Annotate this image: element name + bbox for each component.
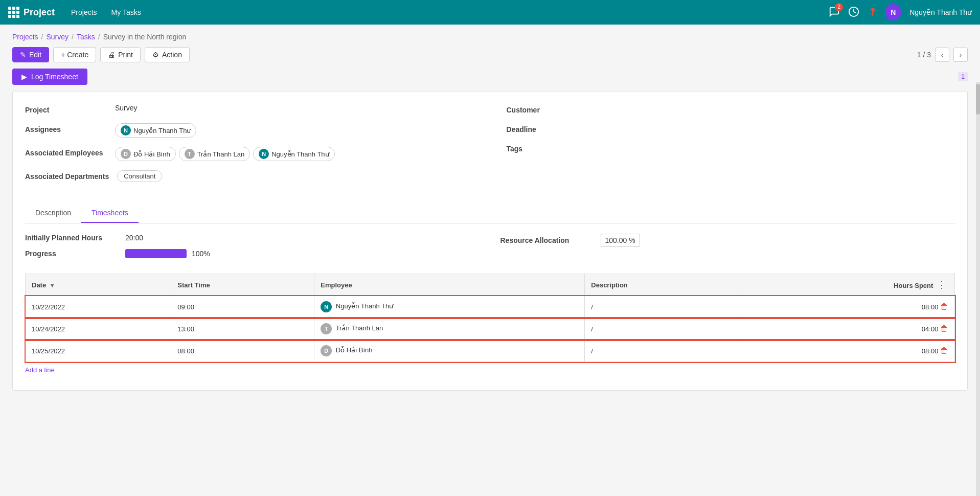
tab-description[interactable]: Description (25, 204, 81, 223)
associated-depts-value: Consultant (117, 170, 162, 182)
emp-name-2: Nguyễn Thanh Thư (271, 150, 329, 158)
table-row: 10/22/2022 09:00 N Nguyễn Thanh Thư / 08… (26, 296, 955, 318)
navbar: Project Projects My Tasks 2 ↗ N Nguyễn T… (0, 0, 980, 25)
associated-employees-value: D Đỗ Hải Bình T Trần Thanh Lan N Nguyễn … (115, 147, 335, 161)
app-brand: Project (8, 7, 55, 18)
form-left: Project Survey Assignees N Nguyễn Thanh … (25, 104, 490, 191)
scrollbar[interactable] (976, 82, 980, 391)
log-timesheet-button[interactable]: ▶ Log Timesheet (12, 69, 87, 85)
tabs: Description Timesheets (25, 204, 955, 223)
main-content: Project Survey Assignees N Nguyễn Thanh … (12, 91, 968, 391)
print-button[interactable]: 🖨 Print (100, 47, 141, 62)
grid-icon[interactable] (8, 7, 19, 18)
row-0-employee: N Nguyễn Thanh Thư (314, 296, 585, 318)
customer-label: Customer (507, 104, 588, 114)
navbar-icons: 2 ↗ N Nguyễn Thanh Thư (829, 4, 972, 20)
associated-employees-row: Associated Employees D Đỗ Hải Bình T Trầ… (25, 147, 473, 161)
progress-row: Progress 100% (25, 249, 480, 258)
user-avatar[interactable]: N (885, 4, 901, 20)
tab-timesheets[interactable]: Timesheets (81, 204, 139, 223)
nav-projects[interactable]: Projects (65, 5, 103, 19)
col-description: Description (585, 274, 741, 296)
col-hours-spent: Hours Spent ⋮ (741, 274, 955, 296)
planned-hours-value: 20:00 (125, 234, 143, 242)
progress-label: Progress (25, 250, 117, 258)
breadcrumb-projects[interactable]: Projects (12, 33, 38, 41)
nav-my-tasks[interactable]: My Tasks (105, 5, 147, 19)
progress-bar-fill (125, 249, 187, 258)
timesheet-table: Date ▼ Start Time Employee Description H… (25, 274, 955, 362)
row-2-date: 10/25/2022 (26, 340, 171, 362)
action-button[interactable]: ⚙ Action (145, 47, 190, 62)
project-row: Project Survey (25, 104, 473, 114)
row-2-emp-avatar: D (321, 345, 332, 356)
row-0-description: / (585, 296, 741, 318)
notification-badge: 2 (835, 3, 843, 11)
row-1-employee: T Trần Thanh Lan (314, 318, 585, 340)
clock-button[interactable] (848, 6, 859, 19)
row-0-date: 10/22/2022 (26, 296, 171, 318)
user-name: Nguyễn Thanh Thư (909, 8, 972, 16)
row-0-hours: 08:00 🗑 (741, 296, 955, 318)
table-row: 10/24/2022 13:00 T Trần Thanh Lan / 04:0… (26, 318, 955, 340)
navbar-links: Projects My Tasks (65, 5, 147, 19)
pagination-next[interactable]: › (953, 48, 968, 62)
pagination-text: 1 / 3 (917, 51, 931, 59)
project-value: Survey (115, 104, 138, 112)
create-button[interactable]: + Create (53, 47, 96, 62)
row-2-employee: D Đỗ Hải Bình (314, 340, 585, 362)
emp-tag-1[interactable]: T Trần Thanh Lan (179, 147, 250, 161)
row-2-hours: 08:00 🗑 (741, 340, 955, 362)
row-1-delete-button[interactable]: 🗑 (940, 324, 948, 333)
resource-allocation-row: Resource Allocation 100.00 % (500, 234, 955, 247)
breadcrumb-survey[interactable]: Survey (46, 33, 69, 41)
table-row: 10/25/2022 08:00 D Đỗ Hải Bình / 08:00 🗑 (26, 340, 955, 362)
progress-bar-container: 100% (125, 249, 210, 258)
planned-hours-label: Initially Planned Hours (25, 234, 117, 242)
table-header-row: Date ▼ Start Time Employee Description H… (26, 274, 955, 296)
emp-name-1: Trần Thanh Lan (197, 150, 245, 158)
project-label: Project (25, 104, 107, 114)
form-right: Customer Deadline Tags (490, 104, 955, 191)
table-options-button[interactable]: ⋮ (935, 279, 948, 290)
pagination-prev[interactable]: ‹ (935, 48, 949, 62)
assignee-tag-0[interactable]: N Nguyễn Thanh Thư (115, 123, 196, 138)
breadcrumb-tasks[interactable]: Tasks (77, 33, 95, 41)
resource-allocation-value[interactable]: 100.00 % (601, 234, 640, 247)
scrollbar-thumb[interactable] (976, 84, 980, 115)
assignees-value: N Nguyễn Thanh Thư (115, 123, 196, 138)
row-1-hours: 04:00 🗑 (741, 318, 955, 340)
row-1-emp-name: Trần Thanh Lan (336, 324, 383, 332)
emp-avatar-0: D (121, 149, 131, 159)
edit-button[interactable]: ✎ Edit (12, 47, 49, 62)
sort-icon: ▼ (50, 282, 55, 288)
emp-avatar-2: N (259, 149, 269, 159)
gear-icon: ⚙ (152, 51, 159, 59)
deadline-label: Deadline (507, 123, 588, 133)
row-2-emp-name: Đỗ Hải Bình (336, 346, 373, 354)
emp-tag-2[interactable]: N Nguyễn Thanh Thư (253, 147, 334, 161)
row-1-description: / (585, 318, 741, 340)
tags-row: Tags (507, 143, 955, 153)
edit-icon: ✎ (20, 51, 26, 59)
row-2-description: / (585, 340, 741, 362)
progress-bar-bg (125, 249, 187, 258)
emp-name-0: Đỗ Hải Bình (133, 150, 170, 158)
tags-label: Tags (507, 143, 588, 153)
customer-row: Customer (507, 104, 955, 114)
add-line-button[interactable]: Add a line (25, 362, 55, 378)
row-0-delete-button[interactable]: 🗑 (940, 302, 948, 311)
resource-allocation-label: Resource Allocation (500, 236, 592, 244)
pagination: 1 / 3 ‹ › (917, 48, 968, 62)
form-grid: Project Survey Assignees N Nguyễn Thanh … (25, 104, 955, 191)
emp-tag-0[interactable]: D Đỗ Hải Bình (115, 147, 176, 161)
dept-tag-0[interactable]: Consultant (117, 170, 162, 182)
row-1-emp-avatar: T (321, 323, 332, 334)
row-2-delete-button[interactable]: 🗑 (940, 346, 948, 355)
emp-avatar-1: T (185, 149, 195, 159)
notifications-button[interactable]: 2 (829, 6, 840, 19)
breadcrumb-current: Survey in the North region (103, 33, 187, 41)
app-title: Project (24, 7, 55, 18)
row-2-start-time: 08:00 (171, 340, 314, 362)
timesheets-section: Initially Planned Hours 20:00 Progress 1… (25, 234, 955, 378)
